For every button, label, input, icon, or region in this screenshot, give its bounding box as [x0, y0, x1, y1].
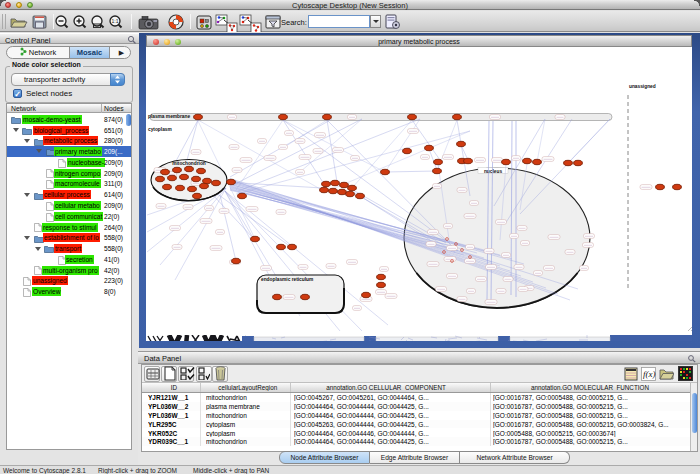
svg-text:Search:: Search:	[281, 18, 307, 27]
svg-text:unassigned: unassigned	[629, 84, 656, 89]
svg-text:endoplasmic reticulum: endoplasmic reticulum	[261, 277, 313, 282]
svg-text:1:1: 1:1	[112, 18, 119, 24]
svg-text:mitochondrion: mitochondrion	[172, 161, 206, 166]
svg-text:f(x): f(x)	[643, 369, 656, 379]
svg-text:cytoplasm: cytoplasm	[148, 127, 172, 132]
svg-text:plasma membrane: plasma membrane	[148, 114, 190, 119]
svg-text:nucleus: nucleus	[484, 169, 502, 174]
